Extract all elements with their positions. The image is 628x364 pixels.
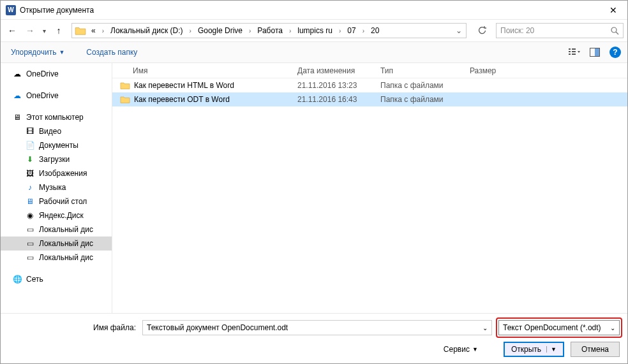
file-date: 21.11.2016 16:43	[291, 95, 374, 104]
filename-value: Текстовый документ OpenDocument.odt	[147, 323, 288, 332]
yandex-icon: ◉	[25, 211, 35, 220]
column-date[interactable]: Дата изменения	[291, 66, 374, 75]
sidebar-yandex-disk[interactable]: ◉Яндекс.Диск	[1, 208, 112, 222]
preview-pane-button[interactable]	[587, 44, 603, 61]
file-row[interactable]: Как перевести ODT в Word21.11.2016 16:43…	[112, 92, 627, 106]
footer: Имя файла: Текстовый документ OpenDocume…	[1, 313, 627, 363]
column-size[interactable]: Размер	[463, 66, 627, 75]
path-segment[interactable]: Работа	[255, 26, 285, 35]
back-button[interactable]: ←	[4, 23, 20, 38]
help-button[interactable]: ?	[609, 47, 621, 58]
svg-rect-6	[572, 51, 576, 52]
folder-icon	[120, 81, 130, 90]
chevron-icon: ›	[359, 27, 368, 34]
network-icon: 🌐	[12, 275, 22, 284]
refresh-button[interactable]	[474, 23, 490, 38]
path-overflow[interactable]: «	[89, 26, 98, 35]
filename-label: Имя файла:	[8, 323, 142, 332]
chevron-down-icon: ⌄	[610, 324, 615, 331]
sidebar-downloads[interactable]: ⬇Загрузки	[1, 152, 112, 166]
file-type: Папка с файлами	[374, 81, 463, 90]
column-type[interactable]: Тип	[374, 66, 463, 75]
svg-line-1	[616, 32, 618, 34]
download-icon: ⬇	[25, 155, 35, 164]
forward-button[interactable]: →	[22, 23, 38, 38]
up-button[interactable]: ↑	[51, 23, 66, 38]
open-split-icon[interactable]: ▼	[546, 346, 557, 353]
refresh-icon	[477, 26, 486, 35]
cloud-icon: ☁	[12, 91, 22, 100]
svg-point-0	[611, 27, 617, 33]
sidebar-network[interactable]: 🌐Сеть	[1, 272, 112, 286]
filename-input[interactable]: Текстовый документ OpenDocument.odt ⌄	[142, 320, 492, 335]
music-icon: ♪	[25, 183, 35, 192]
path-segment[interactable]: Google Drive	[195, 26, 245, 35]
search-input[interactable]: Поиск: 20	[496, 23, 624, 38]
close-button[interactable]: ✕	[599, 1, 627, 20]
chevron-icon: ›	[186, 27, 195, 34]
chevron-icon: ›	[285, 27, 295, 34]
nav-bar: ← → ▾ ↑ « › Локальный диск (D:) › Google…	[1, 20, 627, 41]
drive-icon: ▭	[25, 225, 35, 234]
svg-rect-4	[569, 54, 571, 55]
file-name: Как перевести HTML в Word	[134, 81, 234, 90]
sidebar-local-disk[interactable]: ▭Локальный дис	[1, 222, 112, 237]
history-dropdown[interactable]: ▾	[40, 27, 49, 34]
sidebar-video[interactable]: 🎞Видео	[1, 124, 112, 138]
cloud-icon: ☁	[12, 69, 22, 78]
footer-actions: Сервис▼ Открыть▼ Отмена	[8, 342, 620, 357]
video-icon: 🎞	[25, 127, 35, 136]
sidebar-this-pc[interactable]: 🖥Этот компьютер	[1, 110, 112, 124]
path-segment[interactable]: Локальный диск (D:)	[108, 26, 186, 35]
monitor-icon: 🖥	[12, 113, 22, 122]
word-app-icon: W	[6, 5, 16, 15]
new-folder-button[interactable]: Создать папку	[82, 45, 141, 59]
file-rows: Как перевести HTML в Word21.11.2016 13:2…	[112, 78, 627, 313]
window-title: Открытие документа	[20, 6, 599, 15]
folder-icon	[120, 95, 130, 104]
file-date: 21.11.2016 13:23	[291, 81, 374, 90]
drive-icon: ▭	[25, 253, 35, 262]
sidebar-local-disk[interactable]: ▭Локальный дис	[1, 237, 112, 251]
svg-rect-3	[569, 51, 571, 52]
sidebar: ☁OneDrive ☁OneDrive 🖥Этот компьютер 🎞Вид…	[1, 63, 112, 313]
cancel-button[interactable]: Отмена	[571, 342, 620, 357]
sidebar-music[interactable]: ♪Музыка	[1, 180, 112, 194]
file-row[interactable]: Как перевести HTML в Word21.11.2016 13:2…	[112, 78, 627, 92]
chevron-icon: ›	[98, 27, 108, 34]
folder-icon	[75, 25, 86, 36]
sidebar-documents[interactable]: 📄Документы	[1, 138, 112, 152]
path-dropdown[interactable]: ⌄	[452, 26, 466, 35]
desktop-icon: 🖥	[25, 197, 35, 206]
sidebar-desktop[interactable]: 🖥Рабочий стол	[1, 194, 112, 208]
column-name[interactable]: Имя	[112, 66, 291, 75]
path-segment[interactable]: 07	[345, 26, 358, 35]
document-icon: 📄	[25, 141, 35, 150]
toolbar: Упорядочить▼ Создать папку ?	[1, 41, 627, 63]
filetype-select[interactable]: Текст OpenDocument (*.odt) ⌄	[498, 320, 620, 335]
organize-button[interactable]: Упорядочить▼	[7, 45, 68, 59]
path-segment[interactable]: lumpics ru	[295, 26, 335, 35]
svg-rect-2	[569, 48, 571, 50]
dialog-body: ☁OneDrive ☁OneDrive 🖥Этот компьютер 🎞Вид…	[1, 63, 627, 313]
tools-button[interactable]: Сервис▼	[444, 345, 478, 354]
sidebar-onedrive[interactable]: ☁OneDrive	[1, 67, 112, 81]
svg-rect-7	[572, 54, 576, 55]
sidebar-images[interactable]: 🖼Изображения	[1, 166, 112, 180]
file-name: Как перевести ODT в Word	[134, 95, 230, 104]
image-icon: 🖼	[25, 169, 35, 178]
sidebar-onedrive[interactable]: ☁OneDrive	[1, 89, 112, 103]
titlebar: W Открытие документа ✕	[1, 1, 627, 20]
file-list: Имя Дата изменения Тип Размер Как переве…	[112, 63, 627, 313]
sidebar-local-disk[interactable]: ▭Локальный дис	[1, 251, 112, 265]
file-type: Папка с файлами	[374, 95, 463, 104]
view-options-button[interactable]	[566, 44, 583, 61]
open-file-dialog: W Открытие документа ✕ ← → ▾ ↑ « › Локал…	[0, 0, 628, 364]
drive-icon: ▭	[25, 239, 35, 248]
filetype-value: Текст OpenDocument (*.odt)	[503, 323, 601, 332]
path-segment[interactable]: 20	[368, 26, 382, 35]
open-button[interactable]: Открыть▼	[504, 342, 564, 357]
column-headers: Имя Дата изменения Тип Размер	[112, 63, 627, 78]
chevron-icon: ›	[335, 27, 345, 34]
address-bar[interactable]: « › Локальный диск (D:) › Google Drive ›…	[71, 23, 467, 38]
